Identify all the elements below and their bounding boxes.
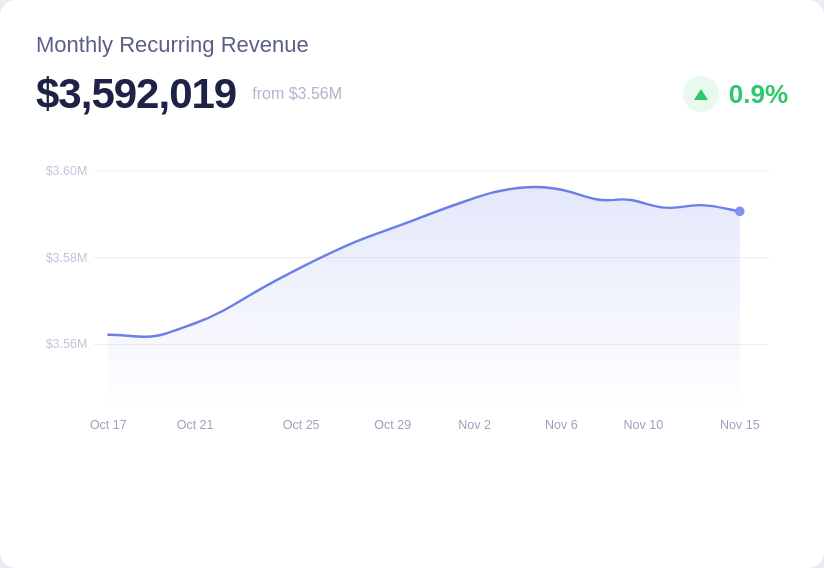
y-label-3: $3.56M [46,337,88,351]
x-label-nov15: Nov 15 [720,418,760,432]
x-label-nov10: Nov 10 [624,418,664,432]
metric-value: $3,592,019 [36,70,236,118]
chart-fill [108,187,739,412]
y-label-1: $3.60M [46,164,88,178]
metric-badge: 0.9% [683,76,788,112]
chart-area: $3.60M $3.58M $3.56M Oct 17 Oct 21 Oct 2… [36,142,788,540]
y-label-2: $3.58M [46,251,88,265]
line-chart: $3.60M $3.58M $3.56M Oct 17 Oct 21 Oct 2… [36,142,788,441]
card-title: Monthly Recurring Revenue [36,32,788,58]
x-label-nov2: Nov 2 [458,418,491,432]
arrow-up-icon [694,89,708,100]
metric-from: from $3.56M [252,85,342,103]
chart-endpoint-dot [735,207,745,217]
x-label-oct17: Oct 17 [90,418,127,432]
x-label-oct21: Oct 21 [177,418,214,432]
mrr-card: Monthly Recurring Revenue $3,592,019 fro… [0,0,824,568]
x-label-oct29: Oct 29 [374,418,411,432]
x-label-nov6: Nov 6 [545,418,578,432]
x-label-oct25: Oct 25 [283,418,320,432]
metric-row: $3,592,019 from $3.56M 0.9% [36,70,788,118]
up-arrow-circle [683,76,719,112]
metric-pct: 0.9% [729,79,788,110]
